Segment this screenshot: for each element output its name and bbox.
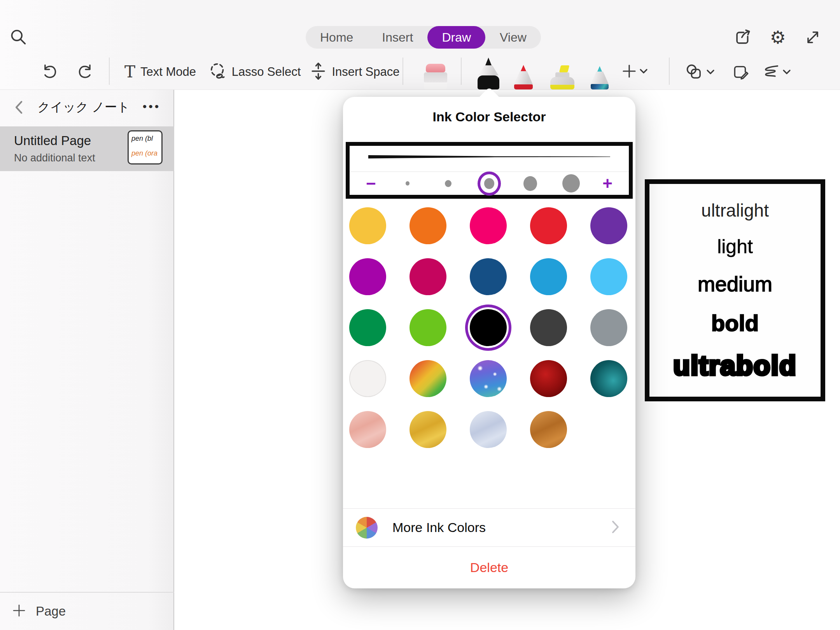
- insert-space-label: Insert Space: [332, 65, 399, 79]
- swatch-gray[interactable]: [590, 309, 627, 346]
- insert-space-button[interactable]: Insert Space: [310, 62, 399, 82]
- highlighter-tool[interactable]: [550, 65, 574, 89]
- stroke-width-section: − +: [346, 142, 633, 199]
- swatch-rainbow-glitter[interactable]: [410, 360, 446, 397]
- tab-draw-label: Draw: [442, 30, 471, 45]
- size-dot-5[interactable]: [562, 174, 580, 192]
- ink-sample-light: light: [717, 237, 753, 256]
- tab-home-label: Home: [320, 30, 353, 45]
- expand-icon: [804, 29, 821, 46]
- swatch-pink[interactable]: [470, 207, 507, 244]
- page-list-sidebar: クイック ノート ••• Untitled Page No additional…: [0, 89, 174, 630]
- redo-icon: [77, 63, 94, 80]
- swatch-magenta-purple[interactable]: [349, 258, 386, 295]
- chevron-right-icon: [611, 520, 620, 536]
- ink-scribble-button[interactable]: [761, 63, 791, 80]
- delete-pen-button[interactable]: Delete: [343, 546, 635, 588]
- chevron-down-icon: [782, 69, 791, 75]
- lasso-select-label: Lasso Select: [232, 65, 301, 79]
- swatch-purple[interactable]: [590, 207, 627, 244]
- top-toolbar: Home Insert Draw View ⚙: [0, 0, 840, 89]
- shapes-button[interactable]: [685, 63, 715, 80]
- page-subtitle: No additional text: [14, 152, 95, 164]
- swatch-white[interactable]: [349, 360, 386, 397]
- chevron-left-icon: [13, 100, 24, 114]
- eraser-icon: [426, 64, 445, 72]
- toolbar-divider: [461, 58, 462, 85]
- chevron-down-icon: [639, 68, 648, 74]
- add-page-button[interactable]: Page: [0, 593, 174, 630]
- undo-button[interactable]: [41, 63, 58, 80]
- ink-sample-ultrabold: ultrabold: [673, 352, 796, 379]
- add-pen-icon: [621, 63, 637, 79]
- page-list-item-selected[interactable]: Untitled Page No additional text pen (bl…: [0, 126, 174, 171]
- swatch-rose-gold[interactable]: [349, 411, 386, 448]
- lasso-icon: [209, 62, 227, 82]
- page-title: Untitled Page: [14, 133, 91, 148]
- text-mode-button[interactable]: T Text Mode: [124, 64, 196, 80]
- size-dot-2[interactable]: [439, 180, 458, 187]
- increase-size-button[interactable]: +: [602, 175, 612, 192]
- swatch-dark-gray[interactable]: [530, 309, 567, 346]
- swatch-black-selected[interactable]: [470, 309, 507, 346]
- more-ink-colors-button[interactable]: More Ink Colors: [343, 509, 635, 546]
- swatch-sky-blue[interactable]: [590, 258, 627, 295]
- swatch-red[interactable]: [530, 207, 567, 244]
- red-pen-tool[interactable]: [514, 65, 533, 89]
- black-pen-tool[interactable]: [478, 58, 499, 89]
- delete-label: Delete: [470, 560, 508, 575]
- text-mode-label: Text Mode: [140, 65, 196, 79]
- section-title: クイック ノート: [37, 99, 130, 116]
- insert-space-icon: [310, 62, 327, 82]
- thumbnail-ink-line: pen (bl: [131, 135, 153, 143]
- search-icon: [10, 29, 27, 46]
- section-menu-button[interactable]: •••: [143, 100, 161, 113]
- swatch-orange[interactable]: [410, 207, 446, 244]
- search-button[interactable]: [10, 29, 27, 46]
- swatch-teal-marble[interactable]: [590, 360, 627, 397]
- onenote-app: Home Insert Draw View ⚙: [0, 0, 840, 630]
- swatch-yellow[interactable]: [349, 207, 386, 244]
- tab-insert[interactable]: Insert: [368, 26, 427, 49]
- galaxy-pencil-tool[interactable]: [591, 66, 609, 89]
- note-pen-button[interactable]: [732, 63, 750, 80]
- tab-view[interactable]: View: [485, 26, 541, 49]
- tab-home[interactable]: Home: [306, 26, 368, 49]
- swatch-raspberry[interactable]: [410, 258, 446, 295]
- swatch-blue[interactable]: [530, 258, 567, 295]
- swatch-light-green[interactable]: [410, 309, 446, 346]
- redo-button[interactable]: [77, 63, 94, 80]
- swatch-navy-blue[interactable]: [470, 258, 507, 295]
- page-thumbnail: pen (bl pen (ora: [128, 130, 163, 164]
- swatch-green[interactable]: [349, 309, 386, 346]
- plus-icon: [12, 604, 26, 619]
- swatch-bronze[interactable]: [530, 411, 567, 448]
- scribble-icon: [761, 63, 780, 80]
- share-icon: [734, 28, 752, 46]
- tab-view-label: View: [500, 30, 527, 45]
- color-wheel-icon: [356, 517, 378, 539]
- size-dot-1[interactable]: [398, 181, 417, 186]
- eraser-tool[interactable]: [424, 64, 447, 89]
- stroke-preview: [368, 154, 610, 161]
- shapes-icon: [685, 63, 704, 80]
- ink-sample-bold: bold: [711, 312, 759, 334]
- swatch-red-marble[interactable]: [530, 360, 567, 397]
- share-button[interactable]: [734, 28, 752, 46]
- tab-draw[interactable]: Draw: [427, 26, 485, 49]
- add-pen-button[interactable]: [621, 63, 648, 79]
- expand-button[interactable]: [804, 29, 821, 46]
- decrease-size-button[interactable]: −: [366, 175, 376, 192]
- swatch-silver[interactable]: [470, 411, 507, 448]
- size-dot-3-selected[interactable]: [480, 178, 499, 189]
- note-pen-icon: [732, 63, 750, 80]
- swatch-galaxy[interactable]: [470, 360, 507, 397]
- swatch-gold[interactable]: [410, 411, 446, 448]
- lasso-select-button[interactable]: Lasso Select: [209, 62, 301, 82]
- size-dot-4[interactable]: [521, 176, 539, 191]
- toolbar-divider: [109, 58, 110, 85]
- settings-button[interactable]: ⚙: [770, 28, 786, 46]
- ink-sample-ultralight: ultralight: [701, 201, 769, 219]
- back-button[interactable]: [13, 100, 24, 114]
- black-pen-icon: [485, 58, 492, 65]
